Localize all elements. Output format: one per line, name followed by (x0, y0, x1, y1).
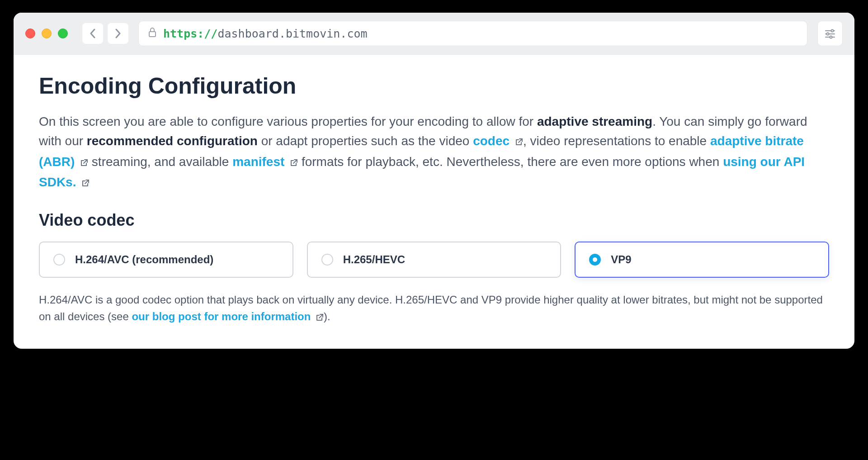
codec-option-label: H.264/AVC (recommended) (75, 253, 213, 266)
lock-icon (148, 27, 157, 40)
external-link-icon (81, 173, 90, 193)
external-link-icon (80, 153, 88, 172)
codec-option-h265[interactable]: H.265/HEVC (307, 242, 561, 278)
browser-window: https://dashboard.bitmovin.com Encoding … (14, 13, 854, 349)
svg-rect-0 (149, 32, 156, 37)
page-description: On this screen you are able to configure… (39, 112, 829, 193)
browser-titlebar: https://dashboard.bitmovin.com (14, 13, 854, 55)
svg-point-2 (831, 30, 834, 32)
sliders-icon (824, 28, 836, 39)
codec-option-label: H.265/HEVC (343, 253, 405, 266)
radio-unchecked-icon (53, 254, 65, 266)
external-link-icon (515, 132, 523, 152)
svg-point-6 (830, 36, 832, 38)
maximize-window-button[interactable] (58, 28, 68, 38)
codec-option-label: VP9 (611, 253, 631, 266)
window-controls (25, 28, 68, 38)
radio-checked-icon (589, 254, 601, 266)
page-content: Encoding Configuration On this screen yo… (14, 55, 854, 349)
forward-button[interactable] (108, 23, 128, 44)
svg-point-4 (827, 33, 829, 35)
url-text: https://dashboard.bitmovin.com (163, 27, 368, 40)
url-protocol: https:// (163, 27, 217, 40)
chevron-left-icon (90, 28, 96, 38)
url-bar[interactable]: https://dashboard.bitmovin.com (138, 21, 807, 46)
minimize-window-button[interactable] (42, 28, 52, 38)
external-link-icon (316, 309, 324, 326)
radio-unchecked-icon (321, 254, 333, 266)
video-codec-options: H.264/AVC (recommended) H.265/HEVC VP9 (39, 242, 829, 278)
chevron-right-icon (115, 28, 121, 38)
back-button[interactable] (82, 23, 103, 44)
external-link-icon (290, 153, 298, 172)
manifest-link[interactable]: manifest (232, 155, 298, 169)
video-codec-heading: Video codec (39, 211, 829, 230)
page-title: Encoding Configuration (39, 73, 829, 99)
close-window-button[interactable] (25, 28, 35, 38)
codec-note: H.264/AVC is a good codec option that pl… (39, 291, 829, 326)
blog-post-link[interactable]: our blog post for more information (132, 310, 324, 322)
codec-link[interactable]: codec (473, 134, 523, 148)
codec-option-h264[interactable]: H.264/AVC (recommended) (39, 242, 293, 278)
codec-option-vp9[interactable]: VP9 (575, 242, 829, 278)
nav-arrows (82, 23, 128, 44)
url-host: dashboard.bitmovin.com (217, 27, 367, 40)
browser-settings-button[interactable] (817, 21, 843, 46)
